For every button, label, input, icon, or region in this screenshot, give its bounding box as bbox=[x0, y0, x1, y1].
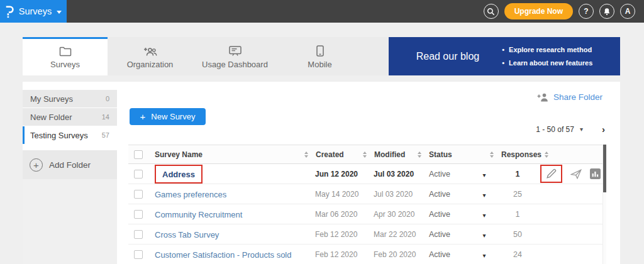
blog-bullet-text: Learn about new features bbox=[509, 57, 592, 69]
status-dropdown-caret-icon[interactable]: ▾ bbox=[482, 232, 486, 239]
sort-icon[interactable] bbox=[363, 151, 367, 158]
folders-sidebar: My Surveys 0 New Folder 14 Testing Surve… bbox=[23, 82, 117, 264]
status-label: Active bbox=[425, 190, 471, 199]
created-date: Mar 06 2020 bbox=[312, 210, 370, 219]
product-label: Surveys bbox=[19, 6, 52, 16]
tab-organization[interactable]: Organization bbox=[108, 37, 192, 75]
survey-list-area: + New Survey Share Folder 1 - 50 of 57 ▾… bbox=[117, 82, 620, 264]
table-scrollbar[interactable] bbox=[602, 145, 606, 264]
modified-date: Jul 03 2020 bbox=[370, 190, 425, 199]
add-people-icon bbox=[143, 45, 157, 57]
select-all-checkbox[interactable] bbox=[134, 150, 143, 159]
scrollbar-thumb[interactable] bbox=[603, 145, 606, 192]
tab-bar-filler bbox=[362, 37, 389, 75]
new-survey-button[interactable]: + New Survey bbox=[130, 108, 206, 125]
responses-count: 1 bbox=[497, 210, 538, 219]
tab-mobile[interactable]: Mobile bbox=[277, 37, 362, 75]
edit-pencil-icon[interactable] bbox=[546, 168, 557, 179]
survey-name-link[interactable]: Community Recruitment bbox=[155, 210, 242, 219]
upgrade-now-button[interactable]: Upgrade Now bbox=[504, 3, 573, 19]
table-header-row: Survey Name Created Modified Status bbox=[128, 145, 606, 164]
status-dropdown-caret-icon[interactable]: ▾ bbox=[482, 212, 486, 219]
add-folder-button[interactable]: + Add Folder bbox=[23, 150, 117, 179]
responses-count: 1 bbox=[497, 170, 538, 179]
survey-name-link[interactable]: Address bbox=[162, 170, 195, 179]
table-row: Games preferences May 14 2020 Jul 03 202… bbox=[128, 184, 606, 204]
column-header-responses[interactable]: Responses bbox=[497, 145, 538, 163]
table-body: Address Jun 12 2020 Jul 03 2020 Active ▾… bbox=[128, 164, 606, 264]
row-checkbox[interactable] bbox=[134, 170, 143, 179]
add-person-icon bbox=[536, 93, 549, 102]
status-label: Active bbox=[425, 170, 471, 179]
bullet-icon: • bbox=[502, 57, 504, 69]
brand-surveys-menu[interactable]: Surveys bbox=[0, 0, 67, 23]
column-header-status[interactable]: Status bbox=[425, 145, 497, 163]
tab-usage-dashboard[interactable]: Usage Dashboard bbox=[192, 37, 277, 75]
avatar[interactable]: A bbox=[620, 4, 635, 19]
survey-name-link[interactable]: Games preferences bbox=[155, 190, 226, 199]
folder-label: New Folder bbox=[30, 113, 72, 122]
page-shell: Surveys Organization Usage Dashboard Mob… bbox=[23, 37, 620, 264]
status-dropdown-caret-icon[interactable]: ▾ bbox=[482, 192, 486, 199]
tab-label: Usage Dashboard bbox=[202, 60, 268, 69]
proprofs-logo-icon bbox=[5, 5, 14, 18]
search-icon[interactable] bbox=[484, 4, 499, 19]
folder-count: 14 bbox=[102, 113, 109, 121]
sort-icon[interactable] bbox=[304, 151, 308, 158]
row-checkbox[interactable] bbox=[134, 250, 143, 259]
sidebar-item-testing-surveys[interactable]: Testing Surveys 57 bbox=[23, 126, 117, 144]
column-header-created[interactable]: Created bbox=[312, 145, 370, 163]
plus-circle-icon: + bbox=[30, 158, 43, 172]
folder-label: Testing Surveys bbox=[30, 131, 88, 140]
created-date: Feb 12 2020 bbox=[312, 230, 370, 239]
status-label: Active bbox=[425, 210, 471, 219]
sort-icon[interactable] bbox=[418, 151, 421, 158]
sidebar-item-my-surveys[interactable]: My Surveys 0 bbox=[23, 90, 117, 107]
folder-count: 57 bbox=[102, 131, 109, 139]
created-date: May 14 2020 bbox=[312, 190, 370, 199]
table-row: Cross Tab Survey Feb 12 2020 Mar 22 2020… bbox=[128, 224, 606, 245]
column-header-modified[interactable]: Modified bbox=[370, 145, 425, 163]
modified-date: Mar 22 2020 bbox=[370, 230, 425, 239]
column-header-survey-name[interactable]: Survey Name bbox=[151, 145, 312, 163]
survey-name-link[interactable]: Customer Satisfaction - Products sold bbox=[155, 250, 291, 260]
topbar-actions: Upgrade Now ? A bbox=[484, 0, 644, 23]
row-checkbox[interactable] bbox=[134, 190, 143, 199]
modified-date: Jul 03 2020 bbox=[370, 170, 425, 179]
dashboard-icon bbox=[229, 45, 242, 57]
status-dropdown-caret-icon[interactable]: ▾ bbox=[482, 252, 486, 259]
page-range-caret-icon[interactable]: ▾ bbox=[580, 126, 583, 133]
tab-bar: Surveys Organization Usage Dashboard Mob… bbox=[23, 37, 620, 75]
responses-count: 25 bbox=[497, 190, 538, 199]
read-our-blog-banner[interactable]: Read our blog •Explore research method •… bbox=[389, 37, 620, 75]
table-row: Address Jun 12 2020 Jul 03 2020 Active ▾… bbox=[128, 164, 606, 184]
responses-count: 24 bbox=[497, 250, 538, 259]
next-page-chevron-icon[interactable]: › bbox=[602, 124, 605, 135]
row-actions bbox=[538, 165, 606, 183]
pagination: 1 - 50 of 57 ▾ › bbox=[536, 124, 605, 135]
send-plane-icon[interactable] bbox=[570, 169, 582, 179]
tab-surveys[interactable]: Surveys bbox=[23, 37, 108, 75]
blog-banner-title: Read our blog bbox=[416, 51, 480, 62]
sort-icon[interactable] bbox=[545, 151, 548, 158]
plus-icon: + bbox=[140, 111, 146, 122]
survey-name-link[interactable]: Cross Tab Survey bbox=[155, 230, 219, 239]
tab-label: Surveys bbox=[50, 60, 80, 69]
reports-chart-icon[interactable] bbox=[590, 168, 601, 179]
created-date: Feb 12 2020 bbox=[312, 250, 370, 259]
sidebar-item-new-folder[interactable]: New Folder 14 bbox=[23, 108, 117, 126]
row-checkbox[interactable] bbox=[134, 210, 143, 219]
modified-date: Apr 30 2020 bbox=[370, 210, 425, 219]
notifications-bell-icon[interactable] bbox=[599, 4, 614, 19]
add-folder-label: Add Folder bbox=[49, 160, 91, 170]
help-button[interactable]: ? bbox=[579, 4, 594, 19]
status-dropdown-caret-icon[interactable]: ▾ bbox=[482, 172, 486, 179]
table-row: Community Recruitment Mar 06 2020 Apr 30… bbox=[128, 204, 606, 224]
sidebar-filler bbox=[23, 179, 117, 264]
blog-bullet-list: •Explore research method •Learn about ne… bbox=[502, 43, 592, 69]
share-folder-link[interactable]: Share Folder bbox=[536, 92, 602, 102]
blog-bullet-text: Explore research method bbox=[509, 43, 592, 56]
sort-icon[interactable] bbox=[490, 151, 494, 158]
row-checkbox[interactable] bbox=[134, 230, 143, 239]
modified-date: Feb 20 2020 bbox=[370, 250, 425, 259]
